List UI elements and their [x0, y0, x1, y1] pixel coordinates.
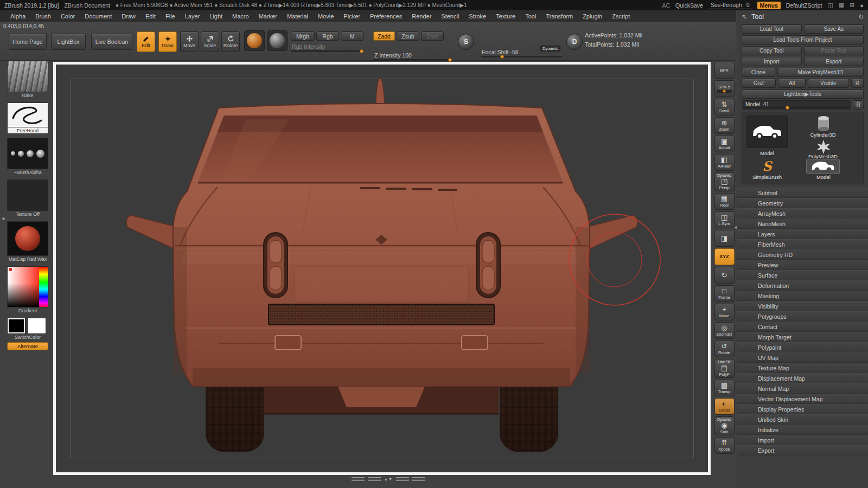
main-color-swatch[interactable] [7, 318, 25, 334]
scroll-grip[interactable] [352, 477, 365, 481]
tool-section-item[interactable]: Export [737, 445, 868, 455]
radial-symmetry-button[interactable]: ↻ [714, 267, 735, 284]
zoom3d-button[interactable]: ◎Zoom3D [714, 322, 735, 339]
menus-button[interactable]: Menus [757, 2, 781, 9]
menu-item[interactable]: Brush [30, 10, 56, 22]
tool-section-item[interactable]: Normal Map [737, 383, 868, 394]
menu-item[interactable]: Movie [313, 10, 339, 22]
edit-button[interactable]: Edit [137, 31, 155, 52]
actual-button[interactable]: ▣Actual [714, 136, 735, 152]
move3d-button[interactable]: +Move [714, 304, 735, 320]
tool-section-item[interactable]: Display Properties [737, 404, 868, 414]
menu-item[interactable]: Stroke [464, 10, 491, 22]
secondary-color-swatch[interactable] [28, 318, 46, 334]
scroll-grip[interactable] [412, 477, 425, 481]
menu-item[interactable]: Edit [141, 10, 161, 22]
tool-section-item[interactable]: FiberMesh [737, 239, 868, 249]
tool-section-item[interactable]: Geometry HD [737, 249, 868, 260]
current-material-slot[interactable]: MatCap Red Wax [7, 221, 48, 262]
tool-section-item[interactable]: Surface [737, 270, 868, 280]
rgb-intensity-slider[interactable]: Rgb Intensity [291, 43, 363, 52]
menu-item[interactable]: Texture [491, 10, 520, 22]
tool-section-item[interactable]: UV Map [737, 352, 868, 363]
menu-item[interactable]: Color [56, 10, 80, 22]
spix-knob[interactable] [723, 89, 726, 93]
mrgb-button[interactable]: Mrgb [291, 31, 315, 41]
material-thumbnail[interactable] [7, 221, 48, 256]
home-page-button[interactable]: Home Page [9, 34, 47, 50]
tool-section-item[interactable]: Texture Map [737, 363, 868, 373]
seethrough-slider[interactable]: See-through 0 [709, 2, 752, 9]
rotate-button[interactable]: Rotate [221, 31, 240, 52]
slider-knob[interactable] [786, 106, 789, 110]
tool-section-item[interactable]: Import [737, 435, 868, 445]
paste-tool-button[interactable]: Paste Tool [804, 46, 864, 55]
menu-item[interactable]: Alpha [5, 10, 30, 22]
current-material-button[interactable] [267, 30, 288, 51]
xyz-symmetry-button[interactable]: XYZ [714, 248, 735, 265]
load-tools-from-project-button[interactable]: Load Tools From Project [742, 35, 864, 44]
alternate-button[interactable]: Alternate [7, 342, 48, 350]
spix-track[interactable] [717, 90, 732, 93]
gradient-picker[interactable] [7, 266, 48, 307]
default-zscript-button[interactable]: DefaultZScript [786, 2, 822, 9]
model-r-button[interactable]: R [853, 100, 864, 110]
model-viewport[interactable] [56, 65, 708, 472]
menu-item[interactable]: Light [205, 10, 227, 22]
tool-section-item[interactable]: Contact [737, 322, 868, 332]
grid-icon[interactable]: ▦ [839, 2, 844, 9]
tool-section-item[interactable]: ArrayMesh [737, 208, 868, 219]
current-alpha-slot[interactable]: ~BrushAlpha [7, 138, 48, 176]
m-button[interactable]: M [341, 31, 363, 41]
menu-item[interactable]: File [161, 10, 180, 22]
tool-section-item[interactable]: Deformation [737, 280, 868, 291]
current-texture-slot[interactable]: Texture Off [7, 179, 48, 217]
simplebrush-thumbnail[interactable]: S [756, 158, 778, 174]
slider-knob[interactable] [448, 58, 452, 62]
xpose-button[interactable]: ⇈Xpose [714, 437, 735, 454]
current-stroke-slot[interactable]: FreeHand [7, 102, 48, 134]
lightbox-button[interactable]: LightBox [51, 34, 86, 50]
slider-knob[interactable] [500, 55, 504, 59]
cylinder3d-thumbnail[interactable] [810, 113, 837, 133]
export-button[interactable]: Export [804, 57, 864, 66]
menu-item[interactable]: Material [282, 10, 313, 22]
draw-button[interactable]: Draw [158, 31, 177, 52]
solo-button[interactable]: Dynamic◉Solo [714, 416, 735, 435]
zcut-button[interactable]: Zcut [421, 31, 444, 41]
depth-badge[interactable]: D [566, 34, 583, 50]
tool-section-item[interactable]: Masking [737, 291, 868, 301]
left-tray-collapse-icon[interactable]: ◄ [1, 216, 5, 221]
load-tool-button[interactable]: Load Tool [742, 24, 802, 34]
move-button[interactable]: Move [180, 31, 199, 52]
scroll-button[interactable]: ⇅Scroll [714, 99, 735, 115]
menu-item[interactable]: Picker [339, 10, 365, 22]
tool-section-item[interactable]: Morph Target [737, 332, 868, 342]
copy-tool-button[interactable]: Copy Tool [742, 46, 802, 55]
tool-section-item[interactable]: Polypaint [737, 342, 868, 352]
menu-item[interactable]: Tool [520, 10, 541, 22]
clone-button[interactable]: Clone [742, 68, 775, 77]
transparency-button[interactable]: ▩Transp [714, 380, 735, 396]
tool-section-item[interactable]: Polygroups [737, 311, 868, 322]
z-intensity-slider[interactable]: Z Intensity 100 [373, 52, 452, 61]
menu-item[interactable]: Zplugin [578, 10, 607, 22]
zoom-button[interactable]: ⊕Zoom [714, 117, 735, 134]
tool-section-item[interactable]: Initialize [737, 425, 868, 435]
ghost-button[interactable]: ◐Ghost [714, 398, 735, 415]
record-icon[interactable]: ● [860, 2, 864, 9]
menu-item[interactable]: Render [407, 10, 436, 22]
stroke-badge[interactable]: S [458, 34, 474, 50]
persp-button[interactable]: Dynamic◳Persp [714, 172, 735, 191]
scroll-grip[interactable] [368, 477, 381, 481]
rgb-button[interactable]: Rgb [316, 31, 339, 41]
scroll-grip[interactable] [396, 477, 409, 481]
hue-strip[interactable] [39, 267, 48, 307]
saturation-area[interactable] [8, 267, 40, 307]
menu-item[interactable]: Draw [117, 10, 141, 22]
active-tool-thumbnail[interactable] [746, 115, 788, 148]
tool-section-item[interactable]: Preview [737, 260, 868, 270]
canvas-scroll-widget[interactable]: ▲▼ [352, 476, 425, 481]
menu-item[interactable]: Document [80, 10, 117, 22]
menu-item[interactable]: Preferences [365, 10, 407, 22]
